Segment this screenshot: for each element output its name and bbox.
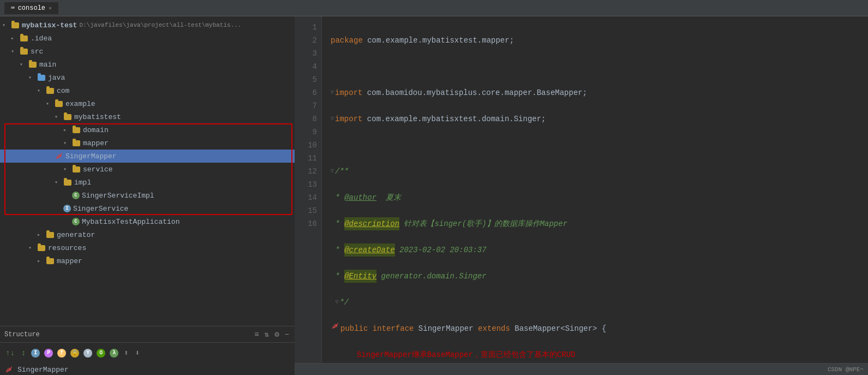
fold-3[interactable]: ▽ xyxy=(331,86,334,99)
tab-console[interactable]: ⌨ console ✕ xyxy=(4,2,58,14)
bottom-panel-footer: 🌶 SingerMapper xyxy=(0,363,295,375)
comment-7: * xyxy=(335,191,344,204)
tree-item-java[interactable]: java xyxy=(0,71,295,84)
folder-icon-idea xyxy=(20,34,28,43)
tree-item-src[interactable]: src xyxy=(0,45,295,58)
label-example: example xyxy=(65,100,95,108)
keyword-package: package xyxy=(331,34,363,47)
class-icon-mybatisxtestapp: C xyxy=(72,218,80,225)
code-line-13: SingerMapper继承BaseMapper，里面已经包含了基本的CRUD xyxy=(331,348,859,361)
comment-6: /** xyxy=(335,165,349,178)
folder-icon-main xyxy=(28,60,37,69)
arrow-domain xyxy=(63,127,72,133)
sort-az-icon[interactable]: ⇅ xyxy=(264,329,270,340)
entity-val: generator.domain.Singer xyxy=(376,270,487,283)
struct-icon-purple[interactable]: P xyxy=(44,349,53,358)
tree-item-domain[interactable]: domain xyxy=(0,123,295,136)
editor-scroll[interactable]: 1 2 3 4 5 6 7 8 9 10 11 12 13 14 15 16 p… xyxy=(295,16,868,363)
line-num-7: 7 xyxy=(299,99,317,112)
kw-import-4: import xyxy=(335,112,362,126)
import-3: com.baomidou.mybatisplus.core.mapper.Bas… xyxy=(362,86,587,99)
line-num-10: 10 xyxy=(299,139,317,152)
kw-import-3: import xyxy=(335,86,362,99)
folder-icon-service xyxy=(72,165,81,174)
tree-item-singerserviceimpl[interactable]: C SingerServiceImpl xyxy=(0,189,295,202)
line-num-4: 4 xyxy=(299,60,317,73)
label-idea: .idea xyxy=(31,34,52,43)
label-impl: impl xyxy=(74,178,91,187)
editor-area: 1 2 3 4 5 6 7 8 9 10 11 12 13 14 15 16 p… xyxy=(295,16,868,375)
line-num-11: 11 xyxy=(299,152,317,165)
tree-item-mybatisxtestapp[interactable]: C MybatisxTestApplication xyxy=(0,215,295,228)
tag-createdate: @createDate xyxy=(344,243,394,257)
sidebar: mybatisx-test D:\javafiles\java\project\… xyxy=(0,16,295,375)
top-bar: ⌨ console ✕ xyxy=(0,0,868,16)
comment-10: * xyxy=(335,270,344,283)
struct-icon-y[interactable]: Y xyxy=(83,349,92,358)
folder-icon-src xyxy=(20,47,28,56)
struct-icon-up[interactable]: ⬆ xyxy=(123,347,129,359)
struct-icon-interface[interactable]: I xyxy=(31,349,40,358)
code-line-3: ▽import com.baomidou.mybatisplus.core.ma… xyxy=(331,86,859,99)
comment-9: * xyxy=(335,243,344,257)
label-generator: generator xyxy=(57,231,95,239)
struct-icon-lock[interactable]: 🔒 xyxy=(70,349,79,358)
tree-item-generator[interactable]: generator xyxy=(0,228,295,241)
arrow-com xyxy=(37,87,46,94)
close-tab-icon[interactable]: ✕ xyxy=(49,5,52,11)
tree-item-mapper2[interactable]: mapper xyxy=(0,254,295,267)
red-box-container: domain mapper 🌶 SingerMapper xyxy=(0,123,295,215)
struct-icon-o[interactable]: O xyxy=(97,349,105,358)
fold-11[interactable]: ▽ xyxy=(335,296,338,309)
close-panel-icon[interactable]: − xyxy=(284,329,290,340)
label-service: service xyxy=(83,165,113,174)
tree-item-mapper[interactable]: mapper xyxy=(0,136,295,150)
tree-item-com[interactable]: com xyxy=(0,84,295,97)
tree-item-root[interactable]: mybatisx-test D:\javafiles\java\project\… xyxy=(0,19,295,32)
arrow-root xyxy=(2,22,11,28)
tree-item-mybatistest[interactable]: mybatistest xyxy=(0,110,295,123)
arrow-generator xyxy=(37,231,46,238)
line-num-14: 14 xyxy=(299,191,317,204)
struct-icon-f[interactable]: f xyxy=(57,349,66,358)
bottom-panel: Structure ≡ ⇅ ⚙ − ↑↓ ↕ I P f 🔒 Y O λ ⬆ xyxy=(0,326,295,375)
tree-item-singermapper[interactable]: 🌶 SingerMapper xyxy=(0,150,295,163)
label-root: mybatisx-test xyxy=(22,21,77,29)
struct-icon-2[interactable]: ↕ xyxy=(20,348,27,359)
arrow-impl xyxy=(55,179,63,186)
settings-icon[interactable]: ⚙ xyxy=(273,329,280,340)
arrow-src xyxy=(11,48,20,55)
tree-item-service[interactable]: service xyxy=(0,163,295,176)
tag-entity: @Entity xyxy=(344,270,376,283)
kw-interface: interface xyxy=(373,322,414,335)
tree-item-idea[interactable]: .idea xyxy=(0,32,295,45)
tree-item-example[interactable]: example xyxy=(0,97,295,110)
label-resources: resources xyxy=(48,244,86,252)
folder-icon-domain xyxy=(72,126,81,134)
folder-icon-impl xyxy=(63,178,72,187)
tree-item-resources[interactable]: resources xyxy=(0,241,295,254)
struct-icon-1[interactable]: ↑↓ xyxy=(4,348,16,359)
tree-item-main[interactable]: main xyxy=(0,58,295,71)
code-line-10: * @Entity generator.domain.Singer xyxy=(331,270,859,283)
line-num-5: 5 xyxy=(299,73,317,86)
footer-chili-icon: 🌶 xyxy=(4,365,13,374)
fold-4[interactable]: ▽ xyxy=(331,112,334,126)
fold-6[interactable]: ▽ xyxy=(331,165,334,178)
tree-item-impl[interactable]: impl xyxy=(0,176,295,189)
status-text: CSDN @NPE~ xyxy=(828,366,864,373)
folder-icon-resources xyxy=(37,243,46,252)
chili-icon-singermapper: 🌶 xyxy=(55,152,63,160)
folder-icon-mybatistest xyxy=(63,112,72,121)
tab-label: console xyxy=(18,4,45,12)
folder-icon-com xyxy=(46,86,55,95)
interface-icon-singerservice: I xyxy=(63,205,71,212)
import-4: com.example.mybatisxtest.domain.Singer; xyxy=(362,112,546,126)
tree-item-singerservice[interactable]: I SingerService xyxy=(0,202,295,215)
sort-icon[interactable]: ≡ xyxy=(253,329,260,340)
arrow-mapper2 xyxy=(37,258,46,264)
struct-icon-lambda[interactable]: λ xyxy=(110,349,118,358)
struct-icon-down[interactable]: ⬇ xyxy=(134,347,141,359)
label-src: src xyxy=(31,47,43,56)
line-num-3: 3 xyxy=(299,47,317,60)
